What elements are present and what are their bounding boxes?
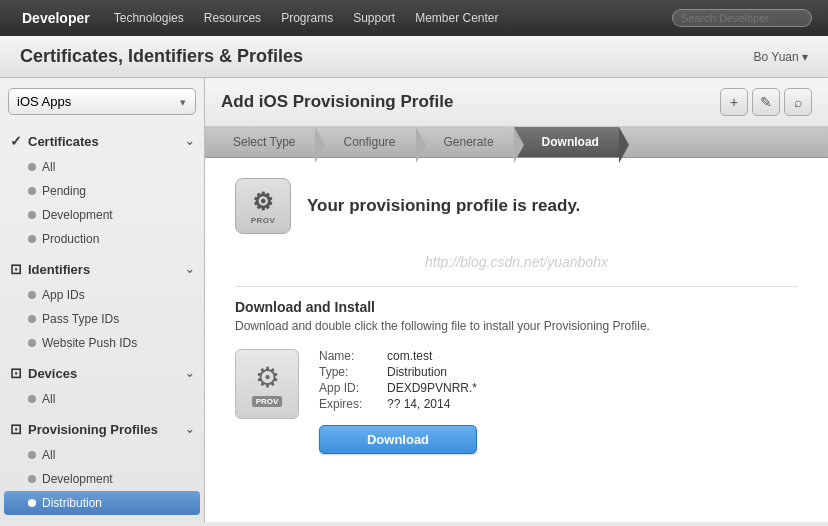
- chevron-down-icon: ⌄: [185, 135, 194, 148]
- identifiers-label: Identifiers: [28, 262, 90, 277]
- page-title: Add iOS Provisioning Profile: [221, 92, 453, 112]
- download-heading: Download and Install: [235, 299, 798, 315]
- user-menu[interactable]: Bo Yuan ▾: [754, 50, 809, 64]
- bullet-icon: [28, 315, 36, 323]
- nav-resources[interactable]: Resources: [204, 11, 261, 25]
- bullet-icon: [28, 451, 36, 459]
- sidebar-item-devices-all[interactable]: All: [0, 387, 204, 411]
- profile-appid-row: App ID: DEXD9PVNRR.*: [319, 381, 477, 395]
- edit-button[interactable]: ✎: [752, 88, 780, 116]
- nav-programs[interactable]: Programs: [281, 11, 333, 25]
- certificates-label: Certificates: [28, 134, 99, 149]
- nav-support[interactable]: Support: [353, 11, 395, 25]
- sidebar-section-header-provisioning[interactable]: ⊡ Provisioning Profiles ⌄: [0, 415, 204, 443]
- step-download[interactable]: Download: [514, 127, 619, 157]
- sidebar-section-identifiers: ⊡ Identifiers ⌄ App IDs Pass Type IDs We…: [0, 253, 204, 357]
- sidebar: iOS Apps Mac Apps tvOS Apps ✓ Certificat…: [0, 78, 205, 522]
- bullet-icon: [28, 475, 36, 483]
- bullet-icon: [28, 235, 36, 243]
- step-select-type[interactable]: Select Type: [205, 127, 315, 157]
- nav-links: Technologies Resources Programs Support …: [114, 11, 672, 25]
- prov-label: PROV: [251, 216, 276, 225]
- platform-selector[interactable]: iOS Apps Mac Apps tvOS Apps: [8, 88, 196, 115]
- provisioning-label: Provisioning Profiles: [28, 422, 158, 437]
- appid-value: DEXD9PVNRR.*: [387, 381, 477, 395]
- expires-label: Expires:: [319, 397, 379, 411]
- name-label: Name:: [319, 349, 379, 363]
- top-nav: Developer Technologies Resources Program…: [0, 0, 828, 36]
- bullet-icon: [28, 187, 36, 195]
- sidebar-item-prov-development[interactable]: Development: [0, 467, 204, 491]
- sidebar-item-website-push-ids[interactable]: Website Push IDs: [0, 331, 204, 355]
- bullet-icon: [28, 211, 36, 219]
- watermark: http://blog.csdn.net/yuanbohx: [235, 254, 798, 270]
- sidebar-section-header-identifiers[interactable]: ⊡ Identifiers ⌄: [0, 255, 204, 283]
- nav-technologies[interactable]: Technologies: [114, 11, 184, 25]
- sidebar-item-prov-distribution[interactable]: Distribution: [4, 491, 200, 515]
- ready-message: Your provisioning profile is ready.: [307, 196, 580, 216]
- profile-type-row: Type: Distribution: [319, 365, 477, 379]
- bullet-icon: [28, 291, 36, 299]
- chevron-down-icon: ⌄: [185, 263, 194, 276]
- main-content: Add iOS Provisioning Profile + ✎ ⌕ Selec…: [205, 78, 828, 522]
- provisioning-icon: ⊡: [10, 421, 22, 437]
- profile-name-row: Name: com.test: [319, 349, 477, 363]
- step-generate[interactable]: Generate: [416, 127, 514, 157]
- gear-big-icon: ⚙: [255, 361, 280, 394]
- bullet-icon: [28, 163, 36, 171]
- sidebar-item-app-ids[interactable]: App IDs: [0, 283, 204, 307]
- name-value: com.test: [387, 349, 432, 363]
- search-button[interactable]: ⌕: [784, 88, 812, 116]
- sidebar-item-cert-production[interactable]: Production: [0, 227, 204, 251]
- identifiers-icon: ⊡: [10, 261, 22, 277]
- certificates-icon: ✓: [10, 133, 22, 149]
- divider: [235, 286, 798, 287]
- sidebar-item-pass-type-ids[interactable]: Pass Type IDs: [0, 307, 204, 331]
- bullet-icon: [28, 339, 36, 347]
- profile-card: ⚙ PROV Name: com.test Type: Distribution…: [235, 349, 798, 454]
- profile-details: Name: com.test Type: Distribution App ID…: [319, 349, 477, 454]
- sidebar-section-provisioning: ⊡ Provisioning Profiles ⌄ All Developmen…: [0, 413, 204, 517]
- sidebar-item-prov-all[interactable]: All: [0, 443, 204, 467]
- sidebar-item-cert-development[interactable]: Development: [0, 203, 204, 227]
- type-label: Type:: [319, 365, 379, 379]
- sidebar-item-cert-pending[interactable]: Pending: [0, 179, 204, 203]
- download-description: Download and double click the following …: [235, 319, 798, 333]
- devices-label: Devices: [28, 366, 77, 381]
- download-button[interactable]: Download: [319, 425, 477, 454]
- page-header: Add iOS Provisioning Profile + ✎ ⌕: [205, 78, 828, 127]
- devices-icon: ⊡: [10, 365, 22, 381]
- steps-bar: Select Type Configure Generate Download: [205, 127, 828, 158]
- sidebar-section-header-devices[interactable]: ⊡ Devices ⌄: [0, 359, 204, 387]
- expires-value: ?? 14, 2014: [387, 397, 450, 411]
- main-layout: iOS Apps Mac Apps tvOS Apps ✓ Certificat…: [0, 78, 828, 522]
- type-value: Distribution: [387, 365, 447, 379]
- brand: Developer: [16, 10, 90, 26]
- header-actions: + ✎ ⌕: [720, 88, 812, 116]
- appid-label: App ID:: [319, 381, 379, 395]
- sub-header: Certificates, Identifiers & Profiles Bo …: [0, 36, 828, 78]
- page-section-title: Certificates, Identifiers & Profiles: [20, 46, 303, 67]
- step-configure[interactable]: Configure: [315, 127, 415, 157]
- sidebar-item-cert-all[interactable]: All: [0, 155, 204, 179]
- chevron-down-icon: ⌄: [185, 423, 194, 436]
- chevron-down-icon: ⌄: [185, 367, 194, 380]
- platform-selector-wrap: iOS Apps Mac Apps tvOS Apps: [8, 88, 196, 115]
- gear-icon: ⚙: [252, 188, 274, 216]
- bullet-icon: [28, 395, 36, 403]
- sidebar-section-certificates: ✓ Certificates ⌄ All Pending Development…: [0, 125, 204, 253]
- download-section: Download and Install Download and double…: [235, 299, 798, 333]
- profile-expires-row: Expires: ?? 14, 2014: [319, 397, 477, 411]
- profile-icon: ⚙ PROV: [235, 349, 299, 419]
- prov-ready-icon: ⚙ PROV: [235, 178, 291, 234]
- search-input[interactable]: [672, 9, 812, 27]
- content-area: ⚙ PROV Your provisioning profile is read…: [205, 158, 828, 474]
- add-button[interactable]: +: [720, 88, 748, 116]
- brand-label: Developer: [22, 10, 90, 26]
- sidebar-section-header-certificates[interactable]: ✓ Certificates ⌄: [0, 127, 204, 155]
- prov-badge: PROV: [252, 396, 283, 407]
- nav-member-center[interactable]: Member Center: [415, 11, 498, 25]
- sidebar-section-devices: ⊡ Devices ⌄ All: [0, 357, 204, 413]
- ready-row: ⚙ PROV Your provisioning profile is read…: [235, 178, 798, 234]
- bullet-icon: [28, 499, 36, 507]
